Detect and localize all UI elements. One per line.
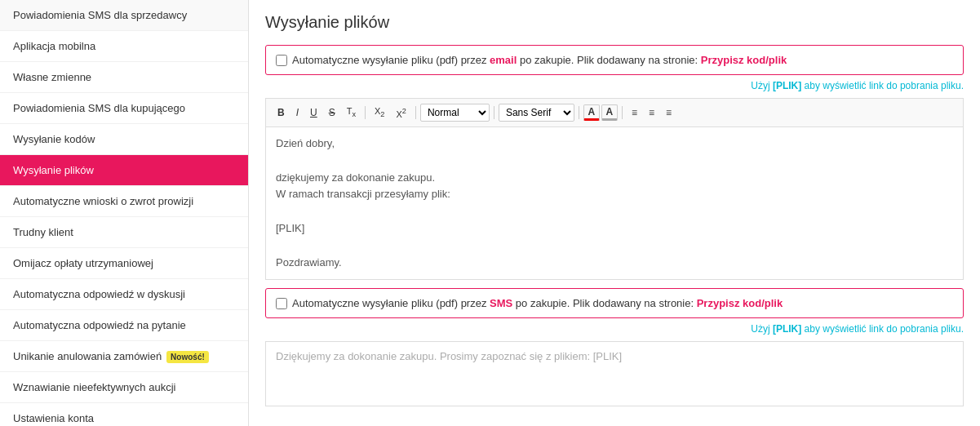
sidebar-item-powiadomienia-sms-sprzedawcy[interactable]: Powiadomienia SMS dla sprzedawcy	[0, 0, 248, 31]
strikethrough-button[interactable]: S	[324, 104, 340, 121]
bg-color-button[interactable]: A	[601, 104, 618, 121]
sidebar-item-wysylanie-plikow[interactable]: Wysyłanie plików	[0, 155, 248, 186]
sms-placeholder: Dziękujemy za dokonanie zakupu. Prosimy …	[276, 350, 622, 362]
email-section-box: Automatyczne wysyłanie pliku (pdf) przez…	[265, 45, 964, 75]
bold-button[interactable]: B	[273, 104, 290, 121]
sidebar-item-label: Automatyczna odpowiedź w dyskusji	[13, 288, 185, 300]
sidebar-item-unikanie-anulowania[interactable]: Unikanie anulowania zamówieńNowość!	[0, 341, 248, 372]
sidebar-item-automatyczna-odpowiedz-dyskusji[interactable]: Automatyczna odpowiedź w dyskusji	[0, 279, 248, 310]
sidebar-item-label: Automatyczna odpowiedź na pytanie	[13, 319, 186, 331]
clear-format-button[interactable]: Tx	[342, 104, 361, 121]
sidebar-item-wysylanie-kodow[interactable]: Wysyłanie kodów	[0, 124, 248, 155]
email-checkbox[interactable]	[276, 55, 287, 66]
sidebar-item-ustawienia-konta[interactable]: Ustawienia konta	[0, 403, 248, 426]
toolbar-separator-3	[494, 106, 494, 119]
toolbar-separator-5	[622, 106, 623, 119]
subscript-button[interactable]: X2	[370, 104, 389, 121]
sidebar-item-label: Ustawienia konta	[13, 412, 94, 424]
unordered-list-button[interactable]: ≡	[644, 104, 659, 121]
sms-checkbox-row: Automatyczne wysyłanie pliku (pdf) przez…	[276, 297, 953, 309]
sidebar-item-label: Aplikacja mobilna	[13, 40, 95, 52]
sidebar-badge: Nowość!	[166, 351, 209, 363]
sms-przypisz-link[interactable]: Przypisz kod/plik	[697, 297, 783, 309]
editor-toolbar: B I U S Tx X2 X2 Normal Heading 1 Headin…	[265, 98, 964, 126]
toolbar-separator-4	[579, 106, 579, 119]
sidebar-item-label: Automatyczne wnioski o zwrot prowizji	[13, 195, 193, 207]
page-title: Wysyłanie plików	[265, 13, 964, 32]
email-checkbox-row: Automatyczne wysyłanie pliku (pdf) przez…	[276, 54, 953, 66]
main-content: Wysyłanie plików Automatyczne wysyłanie …	[249, 0, 980, 426]
sidebar-item-label: Własne zmienne	[13, 71, 91, 83]
font-color-button[interactable]: A	[583, 104, 600, 121]
sidebar-item-aplikacja-mobilna[interactable]: Aplikacja mobilna	[0, 31, 248, 62]
sms-section: Automatyczne wysyłanie pliku (pdf) przez…	[265, 288, 964, 406]
email-section: Automatyczne wysyłanie pliku (pdf) przez…	[265, 45, 964, 280]
sms-section-label: Automatyczne wysyłanie pliku (pdf) przez…	[292, 297, 783, 309]
italic-button[interactable]: I	[291, 104, 304, 121]
sidebar-item-powiadomienia-sms-kupujacego[interactable]: Powiadomienia SMS dla kupującego	[0, 93, 248, 124]
sidebar-item-label: Wznawianie nieefektywnych aukcji	[13, 381, 175, 393]
format-select[interactable]: Normal Heading 1 Heading 2	[420, 104, 490, 122]
sidebar-item-automatyczna-odpowiedz-pytanie[interactable]: Automatyczna odpowiedź na pytanie	[0, 310, 248, 341]
sms-editor[interactable]: Dziękujemy za dokonanie zakupu. Prosimy …	[265, 341, 964, 406]
sidebar-item-trudny-klient[interactable]: Trudny klient	[0, 217, 248, 248]
sms-checkbox[interactable]	[276, 298, 287, 309]
sidebar-item-label: Powiadomienia SMS dla kupującego	[13, 102, 185, 114]
sidebar-item-wlasne-zmienne[interactable]: Własne zmienne	[0, 62, 248, 93]
superscript-button[interactable]: X2	[391, 104, 410, 122]
email-section-label: Automatyczne wysyłanie pliku (pdf) przez…	[292, 54, 787, 66]
ordered-list-button[interactable]: ≡	[627, 104, 642, 121]
sidebar-item-label: Trudny klient	[13, 226, 73, 238]
sidebar-item-label: Wysyłanie kodów	[13, 133, 95, 145]
sidebar-item-label: Omijacz opłaty utrzymaniowej	[13, 257, 153, 269]
font-select[interactable]: Sans Serif Serif Monospace	[499, 104, 574, 122]
sidebar-item-omijacz-oplaty[interactable]: Omijacz opłaty utrzymaniowej	[0, 248, 248, 279]
sidebar: Powiadomienia SMS dla sprzedawcyAplikacj…	[0, 0, 249, 426]
sidebar-item-wznawianie-aukcji[interactable]: Wznawianie nieefektywnych aukcji	[0, 372, 248, 403]
sidebar-item-label: Unikanie anulowania zamówień	[13, 350, 162, 362]
email-przypisz-link[interactable]: Przypisz kod/plik	[701, 54, 787, 66]
underline-button[interactable]: U	[305, 104, 322, 121]
email-editor[interactable]: Dzień dobry, dziękujemy za dokonanie zak…	[265, 126, 964, 280]
email-plik-hint: Użyj [PLIK] aby wyświetlić link do pobra…	[265, 80, 964, 91]
sms-plik-hint: Użyj [PLIK] aby wyświetlić link do pobra…	[265, 323, 964, 335]
toolbar-separator-2	[415, 106, 416, 119]
sidebar-item-label: Powiadomienia SMS dla sprzedawcy	[13, 9, 187, 21]
toolbar-separator-1	[365, 106, 366, 119]
sidebar-item-label: Wysyłanie plików	[13, 164, 94, 176]
indent-button[interactable]: ≡	[661, 104, 676, 121]
sms-section-box: Automatyczne wysyłanie pliku (pdf) przez…	[265, 288, 964, 318]
sidebar-item-automatyczne-wnioski[interactable]: Automatyczne wnioski o zwrot prowizji	[0, 186, 248, 217]
